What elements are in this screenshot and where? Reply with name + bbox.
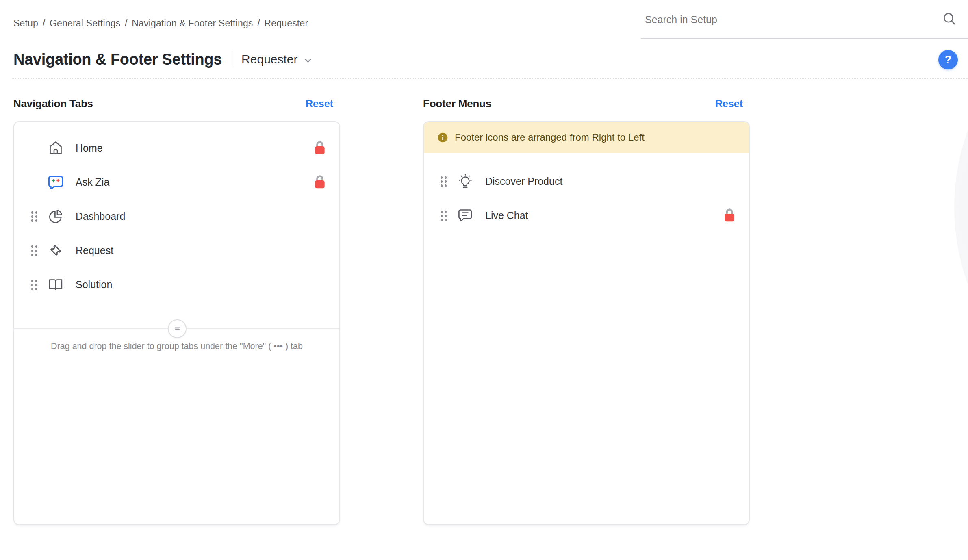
request-icon	[47, 241, 65, 259]
slider-hint-text: Drag and drop the slider to group tabs u…	[14, 341, 339, 352]
nav-tab-row[interactable]: Request	[14, 233, 339, 267]
solution-icon	[47, 276, 65, 293]
breadcrumb-item[interactable]: Requester	[264, 18, 308, 28]
footer-menus-list: Discover Product Live Chat	[424, 153, 749, 232]
help-button[interactable]: ?	[938, 50, 958, 69]
chat-icon	[456, 206, 474, 224]
nav-tab-row[interactable]: Home	[14, 131, 339, 165]
footer-menu-label: Live Chat	[485, 210, 528, 221]
nav-tab-label: Dashboard	[76, 211, 125, 222]
footer-menus-title: Footer Menus	[423, 98, 491, 110]
breadcrumb-item[interactable]: Setup	[13, 18, 38, 28]
footer-banner-text: Footer icons are arranged from Right to …	[455, 132, 645, 143]
nav-tab-label: Home	[76, 142, 103, 154]
breadcrumb-separator: /	[253, 18, 265, 28]
nav-tab-label: Solution	[76, 279, 112, 291]
drag-handle[interactable]	[26, 279, 42, 290]
navigation-tabs-card: Home Ask Zia	[13, 121, 340, 525]
footer-menu-row[interactable]: Discover Product	[424, 164, 749, 198]
dashboard-icon	[47, 207, 65, 225]
search-icon[interactable]	[942, 11, 957, 26]
footer-info-banner: Footer icons are arranged from Right to …	[424, 122, 749, 153]
page-title: Navigation & Footer Settings	[13, 51, 222, 68]
chevron-down-icon	[303, 55, 313, 66]
ask-zia-icon	[47, 173, 65, 191]
breadcrumb-separator: /	[38, 18, 50, 28]
home-icon	[47, 139, 65, 157]
lock-icon	[312, 139, 328, 157]
breadcrumb: Setup / General Settings / Navigation & …	[13, 18, 308, 29]
navigation-tabs-reset-button[interactable]: Reset	[306, 98, 333, 110]
footer-menu-row[interactable]: Live Chat	[424, 198, 749, 232]
search-input[interactable]	[645, 11, 921, 28]
nav-tab-row[interactable]: Dashboard	[14, 199, 339, 233]
nav-tab-row[interactable]: Ask Zia	[14, 165, 339, 199]
drag-handle[interactable]	[435, 210, 451, 221]
footer-menus-header: Footer Menus Reset	[423, 98, 750, 110]
nav-tab-label: Ask Zia	[76, 176, 109, 188]
drag-handle[interactable]	[435, 176, 451, 187]
info-icon	[437, 132, 448, 143]
title-row: Navigation & Footer Settings Requester	[13, 47, 313, 72]
navigation-tabs-title: Navigation Tabs	[13, 98, 93, 110]
question-mark-icon: ?	[945, 54, 952, 66]
header-divider	[12, 78, 968, 79]
setup-search	[641, 0, 968, 39]
drag-handle[interactable]	[26, 211, 42, 222]
breadcrumb-item[interactable]: General Settings	[50, 18, 121, 28]
more-slider-handle[interactable]	[168, 319, 187, 338]
portal-selector-label: Requester	[241, 52, 297, 66]
title-separator	[232, 51, 232, 68]
navigation-tabs-list: Home Ask Zia	[14, 122, 339, 302]
nav-tab-label: Request	[76, 245, 113, 256]
footer-menu-label: Discover Product	[485, 176, 562, 187]
navigation-tabs-header: Navigation Tabs Reset	[13, 98, 340, 110]
portal-selector-dropdown[interactable]: Requester	[241, 52, 313, 66]
breadcrumb-separator: /	[120, 18, 132, 28]
bulb-icon	[456, 172, 474, 190]
nav-tab-row[interactable]: Solution	[14, 267, 339, 302]
navigation-footer-settings-page: Setup / General Settings / Navigation & …	[0, 0, 968, 560]
drag-handle[interactable]	[26, 245, 42, 256]
breadcrumb-item[interactable]: Navigation & Footer Settings	[132, 18, 253, 28]
lock-icon	[721, 206, 738, 225]
lock-icon	[312, 173, 328, 191]
footer-menus-reset-button[interactable]: Reset	[715, 98, 743, 110]
footer-menus-card: Footer icons are arranged from Right to …	[423, 121, 750, 525]
